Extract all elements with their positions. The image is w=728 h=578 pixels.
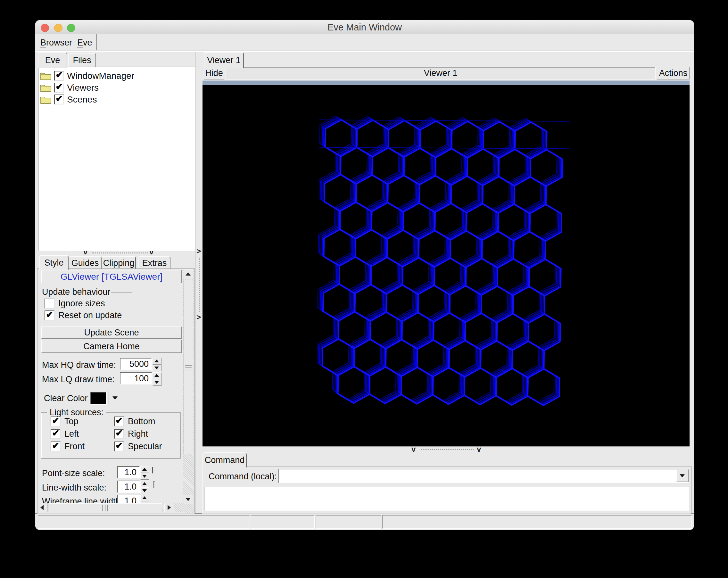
spinner-up-icon[interactable]: [140, 495, 149, 501]
line-width-entry[interactable]: 1.0: [117, 481, 140, 493]
clear-color-label: Clear Color: [44, 393, 88, 404]
spinner-down-icon[interactable]: [140, 473, 149, 480]
tree-item-viewers[interactable]: Viewers: [41, 82, 99, 94]
point-size-entry[interactable]: 1.0: [117, 466, 140, 478]
line-width-spin[interactable]: [140, 481, 149, 494]
menu-eve[interactable]: Eve: [77, 34, 92, 50]
checkbox-icon[interactable]: [45, 311, 54, 320]
line-width-checkbox[interactable]: [154, 481, 155, 488]
status-cell: [382, 515, 692, 529]
chevron-down-icon: v: [411, 446, 416, 452]
max-lq-spin[interactable]: [153, 372, 161, 386]
folder-icon: [41, 72, 51, 80]
status-cell: [251, 515, 315, 529]
light-front-checkbox[interactable]: Front: [51, 442, 85, 451]
update-scene-button[interactable]: Update Scene: [41, 326, 182, 339]
spinner-up-icon[interactable]: [140, 481, 149, 487]
tree-checkbox[interactable]: [54, 83, 64, 93]
checkbox-icon[interactable]: [114, 417, 124, 426]
honeycomb-mesh: [203, 85, 690, 446]
eve-tree-panel: WindowManager Viewers Scenes: [38, 67, 196, 251]
tree-checkbox[interactable]: [54, 71, 64, 81]
tab-command[interactable]: Command: [203, 452, 247, 468]
scroll-up-icon[interactable]: [184, 269, 193, 279]
tree-item-scenes[interactable]: Scenes: [41, 94, 97, 105]
reset-on-update-checkbox[interactable]: Reset on update: [45, 311, 122, 320]
chevron-right-icon: >: [197, 248, 201, 255]
tab-clipping[interactable]: Clipping: [102, 256, 136, 270]
max-hq-label: Max HQ draw time:: [42, 359, 116, 371]
separator: [109, 391, 109, 405]
tree-checkbox[interactable]: [54, 95, 64, 104]
hscrollbar-thumb[interactable]: |||: [49, 503, 162, 512]
viewer-highlight-strip: [203, 80, 690, 85]
zoom-icon[interactable]: [67, 24, 75, 32]
point-size-checkbox[interactable]: [152, 467, 154, 474]
clear-color-swatch[interactable]: [90, 392, 107, 405]
minimize-icon[interactable]: [54, 24, 62, 32]
command-input[interactable]: [280, 470, 675, 481]
light-right-checkbox[interactable]: Right: [114, 429, 148, 439]
light-top-checkbox[interactable]: Top: [51, 417, 78, 426]
tab-eve[interactable]: Eve: [38, 52, 67, 68]
command-splitter[interactable]: v v: [203, 447, 690, 452]
spinner-down-icon[interactable]: [153, 365, 161, 371]
style-panel-hscrollbar[interactable]: |||: [38, 503, 183, 512]
menu-browser[interactable]: Browser: [41, 34, 72, 50]
dropdown-arrow-icon: [112, 396, 118, 399]
command-local-label: Command (local):: [209, 471, 277, 482]
status-bar: [35, 515, 694, 529]
spinner-down-icon[interactable]: [153, 379, 161, 386]
vscrollbar-thumb[interactable]: ———: [184, 280, 193, 454]
viewer-title: Viewer 1: [226, 67, 656, 79]
chevron-right-icon: >: [197, 314, 201, 320]
actions-button[interactable]: Actions: [657, 67, 690, 79]
main-splitter[interactable]: > >: [196, 52, 203, 513]
scroll-left-icon[interactable]: [38, 503, 47, 512]
glviewer-button[interactable]: GLViewer [TGLSAViewer]: [41, 270, 182, 283]
point-size-label: Point-size scale:: [42, 468, 105, 479]
max-hq-spin[interactable]: [153, 358, 161, 371]
tab-guides[interactable]: Guides: [69, 256, 102, 270]
separator-line: [111, 292, 132, 293]
max-hq-entry[interactable]: 5000: [120, 358, 152, 370]
light-specular-checkbox[interactable]: Specular: [114, 442, 162, 451]
command-output[interactable]: [204, 487, 689, 511]
light-left-checkbox[interactable]: Left: [51, 429, 79, 439]
hide-button[interactable]: Hide: [204, 67, 224, 79]
checkbox-icon[interactable]: [114, 429, 124, 439]
menu-bar: Browser Eve: [35, 34, 694, 51]
tab-style[interactable]: Style: [40, 255, 69, 270]
gl-viewer-canvas[interactable]: [203, 85, 690, 447]
desktop: Eve Main Window Browser Eve Eve Files Wi…: [0, 0, 728, 578]
combo-dropdown-button[interactable]: [676, 469, 688, 482]
point-size-spin[interactable]: [140, 466, 149, 480]
tab-files[interactable]: Files: [68, 53, 96, 67]
ignore-sizes-checkbox[interactable]: Ignore sizes: [45, 298, 105, 309]
tab-extras[interactable]: Extras: [138, 256, 171, 270]
checkbox-icon[interactable]: [114, 442, 124, 451]
checkbox-icon[interactable]: [51, 442, 60, 451]
style-panel-vscrollbar[interactable]: ———: [183, 269, 194, 513]
color-dropdown-button[interactable]: [112, 396, 118, 400]
folder-icon: [41, 96, 51, 104]
spinner-down-icon[interactable]: [140, 487, 149, 494]
camera-home-button[interactable]: Camera Home: [41, 340, 182, 353]
max-lq-entry[interactable]: 100: [120, 372, 152, 385]
checkbox-icon[interactable]: [45, 298, 54, 309]
spinner-up-icon[interactable]: [140, 466, 149, 473]
close-icon[interactable]: [41, 24, 49, 32]
checkbox-icon[interactable]: [51, 429, 60, 439]
scroll-down-icon[interactable]: [184, 495, 193, 504]
tab-viewer-1[interactable]: Viewer 1: [204, 52, 244, 68]
style-panel: GLViewer [TGLSAViewer] Update behaviour …: [37, 268, 195, 514]
spinner-up-icon[interactable]: [153, 372, 161, 379]
spinner-up-icon[interactable]: [153, 358, 161, 365]
checkbox-icon[interactable]: [51, 417, 60, 426]
command-panel: Command (local):: [202, 466, 692, 514]
tree-item-windowmanager[interactable]: WindowManager: [41, 70, 134, 82]
light-bottom-checkbox[interactable]: Bottom: [114, 417, 155, 426]
title-bar[interactable]: Eve Main Window: [35, 20, 694, 34]
scroll-right-icon[interactable]: [164, 503, 174, 512]
command-combobox[interactable]: [279, 469, 689, 483]
